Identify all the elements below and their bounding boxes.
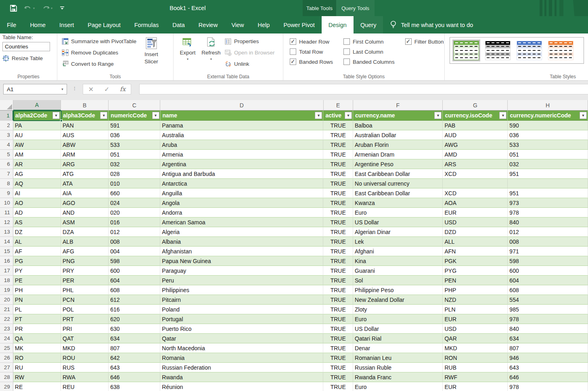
cell-B5[interactable]: ARM xyxy=(61,150,109,159)
cell-C10[interactable]: 024 xyxy=(109,198,160,208)
table-header-cell-numericCode[interactable]: numericCode▾ xyxy=(109,111,160,121)
cell-B10[interactable]: AGO xyxy=(61,198,109,208)
cell-E20[interactable]: TRUE xyxy=(323,295,353,305)
cell-H5[interactable]: 051 xyxy=(508,150,588,159)
cell-D7[interactable]: Antigua and Barbuda xyxy=(160,169,323,179)
cell-F20[interactable]: New Zealand Dollar xyxy=(353,295,443,305)
cell-D4[interactable]: Aruba xyxy=(160,140,323,150)
row-header-4[interactable]: 4 xyxy=(0,140,13,150)
cell-D24[interactable]: Qatar xyxy=(160,334,323,343)
cell-E16[interactable]: TRUE xyxy=(323,256,353,266)
cell-B11[interactable]: AND xyxy=(61,208,109,217)
row-header-9[interactable]: 9 xyxy=(0,188,13,198)
cell-H24[interactable]: 634 xyxy=(508,334,588,343)
cell-A18[interactable]: PE xyxy=(13,276,61,285)
cell-A23[interactable]: PR xyxy=(13,324,61,334)
row-header-19[interactable]: 19 xyxy=(0,285,13,295)
filter-dropdown-icon[interactable]: ▾ xyxy=(100,112,107,119)
checkbox-banded-rows[interactable]: Banded Rows xyxy=(290,58,333,65)
cell-G28[interactable]: RWF xyxy=(443,372,508,382)
cell-D13[interactable]: Algeria xyxy=(160,227,323,237)
cell-C3[interactable]: 036 xyxy=(109,130,160,140)
cell-B15[interactable]: AFG xyxy=(61,247,109,256)
table-header-cell-active[interactable]: active▾ xyxy=(323,111,353,121)
cell-C7[interactable]: 028 xyxy=(109,169,160,179)
row-header-17[interactable]: 17 xyxy=(0,266,13,276)
open-in-browser-button[interactable]: Open in Browser xyxy=(223,48,276,58)
cell-D25[interactable]: North Macedonia xyxy=(160,343,323,353)
tab-help[interactable]: Help xyxy=(251,16,277,33)
cell-F17[interactable]: Guarani xyxy=(353,266,443,276)
customize-qat-icon[interactable] xyxy=(58,0,67,16)
cell-G6[interactable]: ARS xyxy=(443,159,508,169)
cell-D18[interactable]: Peru xyxy=(160,276,323,285)
cell-G7[interactable]: XCD xyxy=(443,169,508,179)
cell-C24[interactable]: 634 xyxy=(109,334,160,343)
cell-B22[interactable]: PRT xyxy=(61,314,109,324)
filter-dropdown-icon[interactable]: ▾ xyxy=(315,112,322,119)
cell-C4[interactable]: 533 xyxy=(109,140,160,150)
cell-D19[interactable]: Philippines xyxy=(160,285,323,295)
row-header-1[interactable]: 1 xyxy=(0,111,13,121)
cell-A4[interactable]: AW xyxy=(13,140,61,150)
cell-D20[interactable]: Pitcairn xyxy=(160,295,323,305)
column-header-A[interactable]: A xyxy=(13,100,61,111)
cell-D22[interactable]: Portugal xyxy=(160,314,323,324)
cell-G11[interactable]: EUR xyxy=(443,208,508,217)
row-header-22[interactable]: 22 xyxy=(0,314,13,324)
cell-E27[interactable]: TRUE xyxy=(323,363,353,372)
filter-dropdown-icon[interactable]: ▾ xyxy=(434,112,442,119)
row-header-10[interactable]: 10 xyxy=(0,198,13,208)
cell-B12[interactable]: ASM xyxy=(61,217,109,227)
cell-E2[interactable]: TRUE xyxy=(323,121,353,130)
cell-D14[interactable]: Albania xyxy=(160,237,323,247)
row-header-13[interactable]: 13 xyxy=(0,227,13,237)
cell-G24[interactable]: QAR xyxy=(443,334,508,343)
cell-E5[interactable]: TRUE xyxy=(323,150,353,159)
cell-F25[interactable]: Denar xyxy=(353,343,443,353)
cell-B18[interactable]: PER xyxy=(61,276,109,285)
cell-H15[interactable]: 971 xyxy=(508,247,588,256)
cell-A8[interactable]: AQ xyxy=(13,179,61,188)
checkbox-header-row[interactable]: Header Row xyxy=(290,38,333,45)
cell-F4[interactable]: Aruban Florin xyxy=(353,140,443,150)
row-header-26[interactable]: 26 xyxy=(0,353,13,363)
cell-G2[interactable]: PAB xyxy=(443,121,508,130)
cell-G14[interactable]: ALL xyxy=(443,237,508,247)
table-style-swatch-blue-table-style[interactable] xyxy=(515,40,543,61)
refresh-button[interactable]: Refresh ▾ xyxy=(199,36,223,73)
row-header-3[interactable]: 3 xyxy=(0,130,13,140)
cell-G16[interactable]: PGK xyxy=(443,256,508,266)
cell-B24[interactable]: QAT xyxy=(61,334,109,343)
checkbox-last-column[interactable]: Last Column xyxy=(343,48,395,55)
cell-C6[interactable]: 032 xyxy=(109,159,160,169)
tab-design[interactable]: Design xyxy=(322,16,354,33)
cell-G8[interactable] xyxy=(443,179,508,188)
cell-E23[interactable]: TRUE xyxy=(323,324,353,334)
checkbox-filter-button[interactable]: Filter Button xyxy=(405,38,444,45)
cell-H16[interactable]: 598 xyxy=(508,256,588,266)
cell-D23[interactable]: Puerto Rico xyxy=(160,324,323,334)
row-header-29[interactable]: 29 xyxy=(0,382,13,391)
cell-D27[interactable]: Russian Federation xyxy=(160,363,323,372)
cell-H9[interactable]: 951 xyxy=(508,188,588,198)
cell-C29[interactable]: 638 xyxy=(109,382,160,391)
tab-file[interactable]: File xyxy=(0,16,23,33)
cell-H12[interactable]: 840 xyxy=(508,217,588,227)
cell-B4[interactable]: ABW xyxy=(61,140,109,150)
cell-H14[interactable]: 008 xyxy=(508,237,588,247)
column-header-B[interactable]: B xyxy=(61,100,109,111)
cell-F26[interactable]: Romanian Leu xyxy=(353,353,443,363)
cell-A21[interactable]: PL xyxy=(13,305,61,314)
cell-A17[interactable]: PY xyxy=(13,266,61,276)
cell-D9[interactable]: Anguilla xyxy=(160,188,323,198)
resize-table-button[interactable]: Resize Table xyxy=(2,55,54,62)
cell-G9[interactable]: XCD xyxy=(443,188,508,198)
cell-G27[interactable]: RUB xyxy=(443,363,508,372)
cell-A14[interactable]: AL xyxy=(13,237,61,247)
filter-dropdown-icon[interactable]: ▾ xyxy=(52,112,60,119)
cell-F27[interactable]: Russian Ruble xyxy=(353,363,443,372)
cell-D3[interactable]: Australia xyxy=(160,130,323,140)
remove-duplicates-button[interactable]: Remove Duplicates xyxy=(60,48,138,58)
select-all-corner[interactable] xyxy=(0,100,13,111)
